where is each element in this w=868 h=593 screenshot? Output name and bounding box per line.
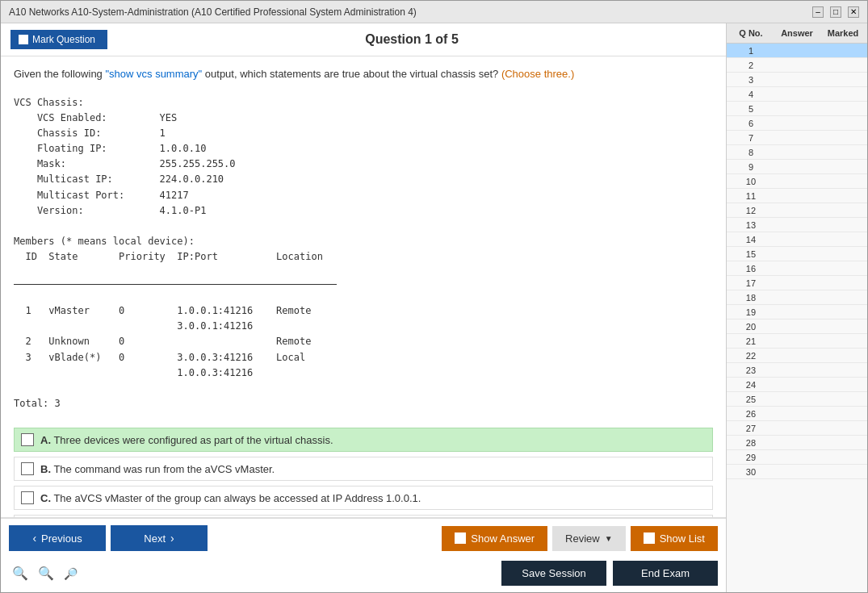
question-list-item[interactable]: 21 bbox=[727, 334, 867, 349]
left-panel: Mark Question Question 1 of 5 Given the … bbox=[1, 23, 726, 592]
session-controls: Save Session End Exam bbox=[501, 561, 718, 586]
question-list-item[interactable]: 23 bbox=[727, 363, 867, 378]
question-list-item[interactable]: 2 bbox=[727, 58, 867, 73]
question-list-item[interactable]: 9 bbox=[727, 160, 867, 174]
q-number: 27 bbox=[730, 424, 772, 433]
option-b-text: B. The command was run from the aVCS vMa… bbox=[40, 463, 275, 475]
q-number: 21 bbox=[730, 336, 772, 346]
question-list-item[interactable]: 30 bbox=[727, 465, 867, 479]
save-session-button[interactable]: Save Session bbox=[501, 561, 606, 586]
question-list-item[interactable]: 24 bbox=[727, 378, 867, 392]
col-marked-header: Marked bbox=[822, 28, 864, 38]
review-dropdown-icon: ▼ bbox=[605, 534, 613, 543]
close-button[interactable]: ✕ bbox=[848, 6, 859, 18]
previous-button[interactable]: ‹ Previous bbox=[9, 525, 106, 551]
question-list-item[interactable]: 14 bbox=[727, 232, 867, 247]
option-b[interactable]: B. The command was run from the aVCS vMa… bbox=[14, 457, 713, 481]
q-number: 11 bbox=[730, 191, 772, 201]
q-number: 7 bbox=[730, 133, 772, 143]
code-block: VCS Chassis: VCS Enabled: YES Chassis ID… bbox=[14, 92, 713, 416]
review-button[interactable]: Review ▼ bbox=[552, 526, 626, 551]
q-number: 17 bbox=[730, 278, 772, 288]
question-area: Given the following "show vcs summary" o… bbox=[1, 56, 726, 517]
q-number: 6 bbox=[730, 119, 772, 128]
q-number: 16 bbox=[730, 264, 772, 274]
show-list-icon: ✓ bbox=[644, 532, 655, 544]
zoom-out-button[interactable]: 🔍 bbox=[9, 564, 31, 583]
question-list-item[interactable]: 4 bbox=[727, 87, 867, 102]
question-list-item[interactable]: 3 bbox=[727, 73, 867, 87]
show-list-label: Show List bbox=[660, 532, 705, 545]
option-b-checkbox[interactable] bbox=[21, 462, 34, 475]
question-list-item[interactable]: 28 bbox=[727, 436, 867, 450]
option-a-text: A. Three devices were configured as part… bbox=[40, 434, 333, 446]
command-text: "show vcs summary" bbox=[105, 68, 202, 80]
question-list-item[interactable]: 8 bbox=[727, 145, 867, 160]
restore-button[interactable]: □ bbox=[830, 6, 841, 18]
question-list-item[interactable]: 12 bbox=[727, 203, 867, 218]
q-number: 8 bbox=[730, 148, 772, 157]
question-list-item[interactable]: 7 bbox=[727, 131, 867, 145]
q-number: 25 bbox=[730, 395, 772, 404]
question-list-item[interactable]: 25 bbox=[727, 392, 867, 407]
option-c-checkbox[interactable] bbox=[21, 491, 34, 504]
question-list-item[interactable]: 11 bbox=[727, 189, 867, 203]
question-list-item[interactable]: 29 bbox=[727, 450, 867, 465]
right-panel: Q No. Answer Marked 1 2 3 4 5 6 bbox=[726, 23, 867, 592]
q-number: 10 bbox=[730, 177, 772, 186]
option-a-checkbox[interactable] bbox=[21, 433, 34, 446]
show-list-button[interactable]: ✓ Show List bbox=[631, 526, 718, 551]
next-button[interactable]: Next › bbox=[111, 525, 208, 551]
mark-checkbox-icon bbox=[19, 35, 28, 44]
question-list-item[interactable]: 6 bbox=[727, 116, 867, 131]
zoom-in-button[interactable]: 🔎 bbox=[61, 566, 81, 582]
q-number: 5 bbox=[730, 104, 772, 114]
question-list-item[interactable]: 20 bbox=[727, 319, 867, 334]
bottom-section: ‹ Previous Next › Show Answer Review ▼ bbox=[1, 517, 726, 592]
question-list-item[interactable]: 26 bbox=[727, 407, 867, 421]
show-answer-icon bbox=[455, 532, 466, 544]
question-text: Given the following "show vcs summary" o… bbox=[14, 66, 713, 82]
q-number: 3 bbox=[730, 75, 772, 85]
question-list-item[interactable]: 5 bbox=[727, 102, 867, 116]
question-list-item[interactable]: 10 bbox=[727, 174, 867, 189]
question-list-item[interactable]: 13 bbox=[727, 218, 867, 232]
option-c[interactable]: C. The aVCS vMaster of the group can alw… bbox=[14, 486, 713, 510]
end-exam-button[interactable]: End Exam bbox=[613, 561, 718, 586]
mark-question-button[interactable]: Mark Question bbox=[10, 30, 107, 49]
question-list-item[interactable]: 19 bbox=[727, 305, 867, 319]
q-number: 22 bbox=[730, 351, 772, 361]
title-bar: A10 Networks A10-System-Administration (… bbox=[1, 1, 867, 23]
q-number: 1 bbox=[730, 46, 772, 56]
q-number: 24 bbox=[730, 380, 772, 390]
question-list: 1 2 3 4 5 6 7 8 bbox=[727, 44, 867, 592]
q-number: 28 bbox=[730, 438, 772, 448]
bottom-footer: 🔍 🔍 🔎 Save Session End Exam bbox=[1, 558, 726, 592]
next-label: Next bbox=[144, 532, 166, 545]
q-number: 4 bbox=[730, 90, 772, 99]
q-number: 13 bbox=[730, 220, 772, 230]
q-number: 18 bbox=[730, 293, 772, 303]
mark-question-label: Mark Question bbox=[32, 34, 95, 45]
question-list-item[interactable]: 18 bbox=[727, 290, 867, 305]
question-list-item[interactable]: 17 bbox=[727, 276, 867, 290]
answer-options: A. Three devices were configured as part… bbox=[14, 428, 713, 517]
minimize-button[interactable]: – bbox=[812, 6, 824, 18]
next-chevron-icon: › bbox=[170, 532, 174, 545]
question-title: Question 1 of 5 bbox=[107, 32, 716, 47]
question-list-item[interactable]: 22 bbox=[727, 349, 867, 363]
zoom-reset-button[interactable]: 🔍 bbox=[35, 564, 57, 583]
prev-chevron-icon: ‹ bbox=[32, 532, 36, 545]
q-number: 19 bbox=[730, 307, 772, 317]
question-list-item[interactable]: 1 bbox=[727, 44, 867, 58]
option-a[interactable]: A. Three devices were configured as part… bbox=[14, 428, 713, 452]
window-controls: – □ ✕ bbox=[812, 6, 859, 18]
show-answer-button[interactable]: Show Answer bbox=[442, 526, 547, 551]
q-number: 9 bbox=[730, 162, 772, 172]
right-panel-header: Q No. Answer Marked bbox=[727, 23, 867, 44]
question-list-item[interactable]: 15 bbox=[727, 247, 867, 261]
question-list-item[interactable]: 16 bbox=[727, 261, 867, 276]
question-list-item[interactable]: 27 bbox=[727, 421, 867, 436]
bottom-bar: ‹ Previous Next › Show Answer Review ▼ bbox=[1, 518, 726, 558]
q-number: 14 bbox=[730, 235, 772, 244]
